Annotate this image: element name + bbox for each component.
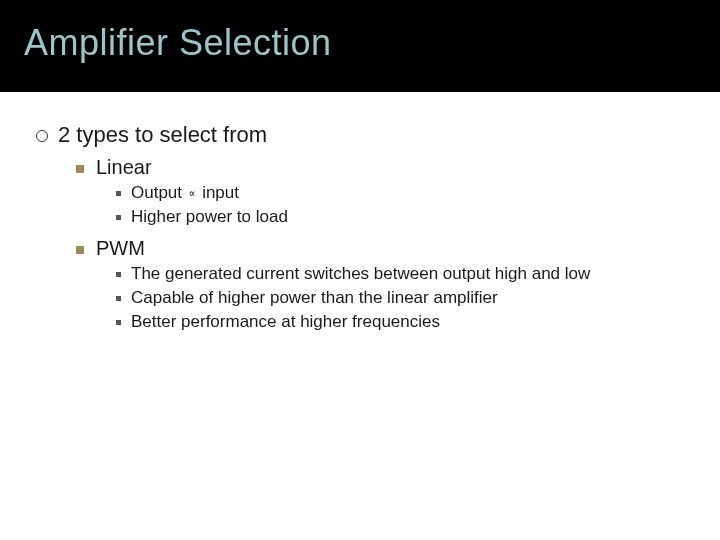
pwm-sub-2: Better performance at higher frequencies <box>116 312 684 332</box>
type-pwm-label: PWM <box>96 237 145 260</box>
pwm-sub-1-text: Capable of higher power than the linear … <box>131 288 498 308</box>
type-pwm: PWM <box>76 237 684 260</box>
slide-title: Amplifier Selection <box>24 22 696 64</box>
small-square-bullet-icon <box>116 296 121 301</box>
pwm-sub-0: The generated current switches between o… <box>116 264 684 284</box>
proportional-icon: ∝ <box>187 188 198 200</box>
main-point-text: 2 types to select from <box>58 122 267 148</box>
type-linear-label: Linear <box>96 156 152 179</box>
type-linear: Linear <box>76 156 684 179</box>
main-point: 2 types to select from <box>36 122 684 148</box>
linear-sub-0a: Output <box>131 183 182 202</box>
small-square-bullet-icon <box>116 320 121 325</box>
linear-sub-0-text: Output ∝ input <box>131 183 239 203</box>
linear-sub-0b: input <box>202 183 239 202</box>
circle-bullet-icon <box>36 130 48 142</box>
small-square-bullet-icon <box>116 215 121 220</box>
slide-content: 2 types to select from Linear Output ∝ i… <box>0 92 720 332</box>
pwm-sub-2-text: Better performance at higher frequencies <box>131 312 440 332</box>
small-square-bullet-icon <box>116 191 121 196</box>
pwm-sub-0-text: The generated current switches between o… <box>131 264 590 284</box>
title-band: Amplifier Selection <box>0 0 720 92</box>
small-square-bullet-icon <box>116 272 121 277</box>
pwm-sub-1: Capable of higher power than the linear … <box>116 288 684 308</box>
linear-sub-1-text: Higher power to load <box>131 207 288 227</box>
square-bullet-icon <box>76 165 84 173</box>
square-bullet-icon <box>76 246 84 254</box>
linear-sub-1: Higher power to load <box>116 207 684 227</box>
linear-sub-0: Output ∝ input <box>116 183 684 203</box>
